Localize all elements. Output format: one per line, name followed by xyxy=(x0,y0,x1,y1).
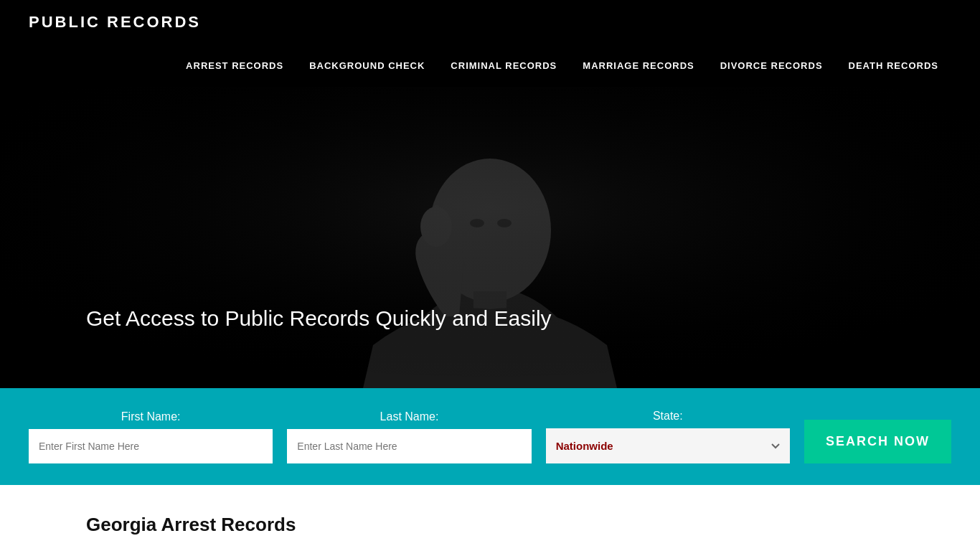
main-nav: ARREST RECORDS BACKGROUND CHECK CRIMINAL… xyxy=(173,44,951,87)
state-label: State: xyxy=(546,410,790,423)
search-now-button[interactable]: SEARCH NOW xyxy=(804,420,951,463)
first-name-label: First Name: xyxy=(29,410,273,423)
last-name-field: Last Name: xyxy=(287,410,531,463)
nav-divorce-records[interactable]: DIVORCE RECORDS xyxy=(707,44,836,87)
nav-background-check[interactable]: BACKGROUND CHECK xyxy=(296,44,438,87)
section-body: Georgia Bureau Investigation's one of co… xyxy=(86,547,894,551)
first-name-field: First Name: xyxy=(29,410,273,463)
nav-death-records[interactable]: DEATH RECORDS xyxy=(836,44,951,87)
section-title: Georgia Arrest Records xyxy=(86,514,894,536)
state-select[interactable]: NationwideAlabamaAlaskaArizonaArkansasCa… xyxy=(546,428,790,463)
first-name-input[interactable] xyxy=(29,429,273,463)
site-logo: PUBLIC RECORDS xyxy=(29,0,201,44)
nav-criminal-records[interactable]: CRIMINAL RECORDS xyxy=(438,44,570,87)
last-name-input[interactable] xyxy=(287,429,531,463)
last-name-label: Last Name: xyxy=(287,410,531,423)
nav-arrest-records[interactable]: ARREST RECORDS xyxy=(173,44,296,87)
hero-background xyxy=(0,87,980,388)
search-bar: First Name: Last Name: State: Nationwide… xyxy=(0,388,980,485)
main-content: Georgia Arrest Records Georgia Bureau In… xyxy=(0,485,980,551)
svg-rect-8 xyxy=(0,87,980,388)
hero-title: Get Access to Public Records Quickly and… xyxy=(0,306,552,331)
site-header: PUBLIC RECORDS ARREST RECORDS BACKGROUND… xyxy=(0,0,980,87)
nav-marriage-records[interactable]: MARRIAGE RECORDS xyxy=(570,44,707,87)
state-field: State: NationwideAlabamaAlaskaArizonaArk… xyxy=(546,410,790,463)
hero-section: Get Access to Public Records Quickly and… xyxy=(0,87,980,388)
